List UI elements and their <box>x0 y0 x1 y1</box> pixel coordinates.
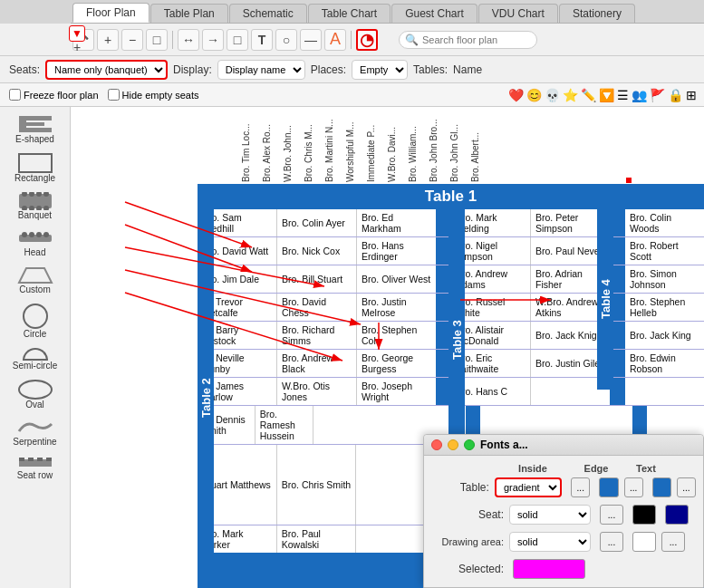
sidebar-item-seat-row[interactable]: Seat row <box>4 452 67 484</box>
tab-floor-plan[interactable]: Floor Plan <box>72 3 149 23</box>
banquet-icon <box>17 192 53 210</box>
sidebar-item-circle[interactable]: Circle <box>4 300 67 342</box>
seat-inside-dropdown[interactable]: solid <box>509 505 591 525</box>
search-box[interactable]: 🔍 <box>399 31 537 49</box>
sidebar-item-custom[interactable]: Custom <box>4 263 67 298</box>
lock-icon[interactable]: 🔒 <box>668 88 683 102</box>
sidebar-label-head: Head <box>24 247 46 257</box>
zoom-in-button2[interactable]: + <box>97 29 119 51</box>
display-dropdown[interactable]: Display name <box>217 60 305 80</box>
people-icon[interactable]: 👥 <box>632 88 647 102</box>
col-header-1: Bro. Alex Ro... <box>256 107 277 184</box>
filter-icon[interactable]: 🔽 <box>599 88 614 102</box>
menu-icon[interactable]: ☰ <box>617 88 629 102</box>
circle-tool[interactable]: ○ <box>275 29 297 51</box>
table2-label: Table 2 <box>198 208 214 588</box>
svg-rect-2 <box>26 122 44 126</box>
selected-swatch[interactable] <box>513 559 585 579</box>
smiley-icon[interactable]: 😊 <box>526 88 542 102</box>
svg-rect-3 <box>26 128 52 132</box>
skull-icon[interactable]: 💀 <box>545 88 560 102</box>
column-headers: Bro. Tim Loc... Bro. Alex Ro... W.Bro. J… <box>236 107 704 184</box>
seats-dropdown[interactable]: Name only (banquet) <box>45 60 168 80</box>
sidebar-label-seat-row: Seat row <box>17 470 53 480</box>
table-text-btn[interactable]: ... <box>677 477 696 497</box>
sidebar-label-serpentine: Serpentine <box>13 437 56 447</box>
col-header-0: Bro. Tim Loc... <box>236 107 256 184</box>
floor-canvas[interactable]: Bro. Tim Loc... Bro. Alex Ro... W.Bro. J… <box>71 107 704 588</box>
flag-icon[interactable]: 🚩 <box>650 88 665 102</box>
maximize-button[interactable] <box>464 439 475 450</box>
sidebar-item-oval[interactable]: Oval <box>4 376 67 413</box>
toolbar: ▼ 🔍+ + − □ ↔ → □ T ○ — A ◔ 🔍 <box>0 24 704 56</box>
freeze-checkbox[interactable]: Freeze floor plan <box>9 89 99 101</box>
heart-icon[interactable]: ❤️ <box>508 88 524 102</box>
search-input[interactable] <box>422 34 531 45</box>
sidebar-item-head[interactable]: Head <box>4 226 67 261</box>
color-tool[interactable]: A <box>324 29 346 51</box>
seat-inside-btn[interactable]: ... <box>600 505 623 525</box>
arrow-tool[interactable]: → <box>202 29 224 51</box>
grid-icon[interactable]: ⊞ <box>686 88 697 102</box>
sidebar-item-serpentine[interactable]: Serpentine <box>4 415 67 450</box>
sidebar-item-semi-circle[interactable]: Semi-circle <box>4 344 67 374</box>
guest-cell: Bro. Oliver West <box>357 265 437 293</box>
col-header-11: Bro. Albert... <box>465 107 486 184</box>
tab-schematic[interactable]: Schematic <box>229 4 307 23</box>
pencil-icon[interactable]: ✏️ <box>581 88 596 102</box>
guest-cell: Bro. Richard Simms <box>277 322 357 349</box>
close-button[interactable] <box>431 439 442 450</box>
tables-label: Tables: <box>413 63 448 76</box>
expand-button[interactable]: ▼ <box>69 25 85 42</box>
tab-guest-chart[interactable]: Guest Chart <box>391 4 477 23</box>
table-edge-btn[interactable]: ... <box>624 477 643 497</box>
col-header-10: Bro. John Gl... <box>444 107 465 184</box>
line-tool[interactable]: — <box>300 29 322 51</box>
minimize-button[interactable] <box>448 439 458 450</box>
tab-vdu-chart[interactable]: VDU Chart <box>478 4 558 23</box>
seats-label: Seats: <box>9 63 40 76</box>
tab-stationery[interactable]: Stationery <box>559 4 635 23</box>
drawing-inside-dropdown[interactable]: solid <box>509 532 591 552</box>
table3-label: Table 3 <box>448 208 465 471</box>
text-tool[interactable]: T <box>251 29 273 51</box>
toolbar-separator <box>172 31 173 49</box>
tab-table-plan[interactable]: Table Plan <box>150 4 228 23</box>
drawing-edge-btn[interactable]: ... <box>661 532 685 552</box>
serpentine-icon <box>17 419 53 437</box>
color-wheel-button[interactable]: ◔ <box>356 29 378 51</box>
options-row: Seats: Name only (banquet) Display: Disp… <box>0 56 704 83</box>
col-header-2: W.Bro. John... <box>277 107 298 184</box>
sidebar-item-banquet[interactable]: Banquet <box>4 188 67 224</box>
zoom-fit-button[interactable]: □ <box>146 29 168 51</box>
seat-text-swatch[interactable] <box>665 505 689 525</box>
fonts-row-drawing-label: Drawing area: <box>431 536 504 547</box>
guest-cell: Bro. Paul Kowalski <box>277 525 357 553</box>
table-inside-btn[interactable]: ... <box>571 477 590 497</box>
col-header-text: Text <box>623 463 669 474</box>
sidebar-item-e-shaped[interactable]: E-shaped <box>4 111 67 148</box>
measure-tool[interactable]: ↔ <box>178 29 199 51</box>
seat-edge-swatch[interactable] <box>632 505 656 525</box>
table-edge-swatch[interactable] <box>599 477 618 497</box>
svg-rect-21 <box>28 458 34 461</box>
guest-cell: Bro. Justin Melrose <box>357 294 437 321</box>
table-text-swatch[interactable] <box>652 477 671 497</box>
guest-cell: Bro. Edwin Robson <box>625 350 704 377</box>
svg-rect-22 <box>37 458 43 461</box>
drawing-edge-swatch[interactable] <box>632 532 656 552</box>
head-icon <box>17 229 53 247</box>
table-inside-dropdown[interactable]: gradient <box>495 477 562 497</box>
tab-table-chart[interactable]: Table Chart <box>308 4 391 23</box>
sidebar-label-circle: Circle <box>24 329 47 339</box>
sidebar-label-semi-circle: Semi-circle <box>13 361 57 371</box>
zoom-out-button[interactable]: − <box>121 29 143 51</box>
rect-tool[interactable]: □ <box>227 29 248 51</box>
star-icon[interactable]: ⭐ <box>563 88 578 102</box>
hide-empty-checkbox[interactable]: Hide empty seats <box>108 89 199 101</box>
drawing-inside-btn[interactable]: ... <box>600 532 623 552</box>
sidebar-item-rectangle[interactable]: Rectangle <box>4 149 67 187</box>
fonts-panel-body: Inside Edge Text Table: gradient ... ...… <box>424 456 703 588</box>
places-dropdown[interactable]: Empty <box>352 60 408 80</box>
guest-cell: Bro. Joseph Wright <box>357 378 437 405</box>
